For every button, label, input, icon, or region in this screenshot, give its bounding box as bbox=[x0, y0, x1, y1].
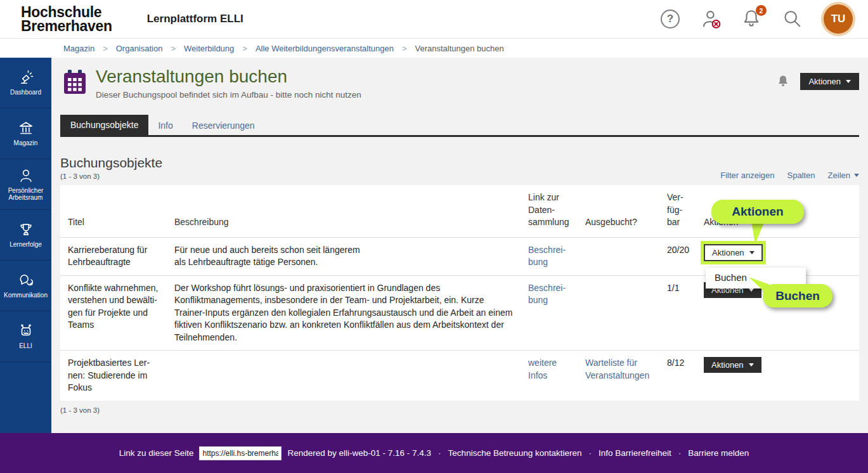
robot-icon bbox=[18, 323, 34, 339]
search-icon bbox=[781, 8, 803, 30]
breadcrumb-separator-icon: > bbox=[171, 44, 176, 53]
footer-link-accessibility-info[interactable]: Info Barrierefreiheit bbox=[599, 448, 671, 458]
result-count-top: (1 - 3 von 3) bbox=[60, 172, 162, 180]
page-header: Veranstaltungen buchen Dieser Buchungspo… bbox=[60, 67, 859, 100]
sidebar-item-dashboard[interactable]: Dashboard bbox=[0, 58, 51, 108]
row-available: 20/20 bbox=[659, 238, 697, 263]
row-datasource-link[interactable]: weitere Infos bbox=[521, 351, 578, 388]
caret-down-icon bbox=[749, 288, 754, 292]
breadcrumb-item-weiterbildung[interactable]: Weiterbildung bbox=[184, 44, 234, 53]
footer-link-support[interactable]: Technische Betreuung kontaktieren bbox=[448, 448, 582, 458]
footer-separator: · bbox=[437, 448, 443, 458]
logo-line-2: Bremerhaven bbox=[21, 19, 112, 33]
notifications-button[interactable]: 2 bbox=[739, 6, 764, 32]
sidebar-item-magazin[interactable]: Magazin bbox=[0, 108, 51, 159]
caret-down-icon bbox=[749, 363, 754, 366]
row-waitlist-link[interactable]: Warteliste für Veranstaltungen bbox=[578, 351, 659, 388]
row-title: Konflikte wahrnehmen, verstehen und bewä… bbox=[60, 276, 167, 338]
top-header: Hochschule Bremerhaven Lernplattform ELL… bbox=[0, 0, 868, 39]
sidebar-item-label: Persönlicher Arbeitsraum bbox=[0, 187, 51, 202]
row-actions-label: Aktionen bbox=[712, 248, 744, 257]
user-avatar[interactable]: TU bbox=[824, 4, 853, 34]
sidebar-item-elli[interactable]: ELLI bbox=[0, 311, 51, 362]
row-actions-button-highlighted[interactable]: Aktionen bbox=[704, 244, 763, 261]
trophy-icon bbox=[18, 221, 34, 238]
row-datasource-link[interactable]: Beschrei-bung bbox=[521, 276, 578, 313]
breadcrumb-separator-icon: > bbox=[402, 44, 407, 53]
booking-pool-icon bbox=[63, 69, 87, 98]
notification-badge: 2 bbox=[756, 5, 767, 16]
row-ausgebucht bbox=[578, 276, 659, 288]
page-header-actions: Aktionen bbox=[776, 73, 859, 90]
sidebar-item-label: Lernerfolge bbox=[8, 241, 43, 249]
app-title: Lernplattform ELLI bbox=[147, 13, 243, 25]
table-row: Projektbasiertes Ler-nen: Studierende im… bbox=[60, 350, 859, 401]
desk-lamp-icon bbox=[18, 69, 34, 86]
sidebar-item-label: Magazin bbox=[13, 139, 39, 147]
column-header-ausgebucht[interactable]: Ausgebucht? bbox=[578, 210, 659, 237]
row-datasource-link[interactable]: Beschrei-bung bbox=[521, 238, 578, 275]
row-description bbox=[167, 351, 521, 363]
tab-reservierungen[interactable]: Reservierungen bbox=[183, 116, 264, 135]
breadcrumb-separator-icon: > bbox=[103, 44, 108, 53]
tutorial-bubble-aktionen: Aktionen bbox=[711, 200, 804, 224]
breadcrumb-item-organisation[interactable]: Organisation bbox=[116, 44, 163, 53]
sidebar-item-lernerfolge[interactable]: Lernerfolge bbox=[0, 210, 51, 261]
sidebar: Dashboard Magazin Persönlicher Arbeitsra… bbox=[0, 58, 51, 433]
row-actions-button[interactable]: Aktionen bbox=[704, 357, 761, 373]
page-footer: Link zu dieser Seite Rendered by elli-we… bbox=[0, 433, 868, 473]
caret-down-icon bbox=[846, 80, 851, 83]
sidebar-item-arbeitsraum[interactable]: Persönlicher Arbeitsraum bbox=[0, 159, 51, 210]
breadcrumb: Magazin > Organisation > Weiterbildung >… bbox=[0, 39, 868, 58]
search-button[interactable] bbox=[779, 6, 805, 32]
page-title: Veranstaltungen buchen bbox=[96, 67, 361, 87]
column-header-link-datensammlung[interactable]: Link zur Daten-sammlung bbox=[521, 185, 578, 237]
row-available: 8/12 bbox=[659, 351, 697, 376]
caret-down-icon bbox=[749, 251, 755, 254]
header-icon-group: ? 2 bbox=[657, 4, 853, 34]
sidebar-item-label: Kommunikation bbox=[3, 292, 49, 299]
row-description: Der Workshop führt lösungs- und praxisor… bbox=[167, 276, 521, 351]
university-logo[interactable]: Hochschule Bremerhaven bbox=[21, 5, 112, 33]
row-actions-label: Aktionen bbox=[711, 360, 744, 370]
filter-toggle-link[interactable]: Filter anzeigen bbox=[720, 171, 774, 180]
column-header-beschreibung[interactable]: Beschreibung bbox=[167, 210, 521, 237]
page-actions-button[interactable]: Aktionen bbox=[800, 73, 859, 90]
row-title: Projektbasiertes Ler-nen: Studierende im… bbox=[60, 351, 167, 401]
page-actions-label: Aktionen bbox=[808, 77, 841, 86]
permalink-label: Link zu dieser Seite bbox=[119, 448, 194, 458]
rows-dropdown-label: Zeilen bbox=[828, 171, 850, 180]
breadcrumb-item-magazin[interactable]: Magazin bbox=[63, 44, 94, 53]
footer-separator: · bbox=[588, 448, 593, 458]
columns-link[interactable]: Spalten bbox=[787, 171, 815, 180]
row-ausgebucht bbox=[578, 238, 659, 250]
user-blocked-icon bbox=[700, 8, 722, 30]
sidebar-item-label: Dashboard bbox=[9, 89, 42, 96]
row-title: Karriereberatung für Lehrbeauftragte bbox=[60, 238, 167, 275]
main-content: Veranstaltungen buchen Dieser Buchungspo… bbox=[51, 58, 868, 433]
tab-buchungsobjekte[interactable]: Buchungsobjekte bbox=[60, 115, 148, 135]
column-header-titel[interactable]: Titel bbox=[60, 210, 167, 237]
bubble-tail-icon bbox=[751, 221, 765, 244]
logo-line-1: Hochschule bbox=[21, 5, 112, 19]
rows-dropdown[interactable]: Zeilen bbox=[828, 171, 859, 180]
caret-down-icon bbox=[854, 174, 859, 177]
chat-bubbles-icon bbox=[18, 272, 34, 288]
footer-separator: · bbox=[677, 448, 683, 458]
tab-info[interactable]: Info bbox=[148, 116, 182, 135]
page-subtitle: Dieser Buchungspool befindet sich im Auf… bbox=[96, 90, 361, 100]
help-icon: ? bbox=[661, 10, 680, 29]
section-header: Buchungsobjekte (1 - 3 von 3) Filter anz… bbox=[60, 155, 859, 180]
notification-bell-icon[interactable] bbox=[776, 74, 790, 89]
user-blocked-button[interactable] bbox=[698, 6, 723, 32]
breadcrumb-item-alle-veranstaltungen[interactable]: Alle Weiterbildungensveranstaltungen bbox=[256, 44, 394, 53]
help-button[interactable]: ? bbox=[657, 6, 683, 32]
permalink-input[interactable] bbox=[199, 446, 282, 460]
footer-link-report-barrier[interactable]: Barriere melden bbox=[688, 448, 749, 458]
page-title-block: Veranstaltungen buchen Dieser Buchungspo… bbox=[96, 67, 361, 100]
sidebar-item-kommunikation[interactable]: Kommunikation bbox=[0, 261, 51, 311]
person-icon bbox=[18, 167, 34, 184]
breadcrumb-separator-icon: > bbox=[242, 44, 247, 53]
section-title: Buchungsobjekte bbox=[60, 155, 162, 171]
result-count-bottom: (1 - 3 von 3) bbox=[60, 406, 859, 414]
